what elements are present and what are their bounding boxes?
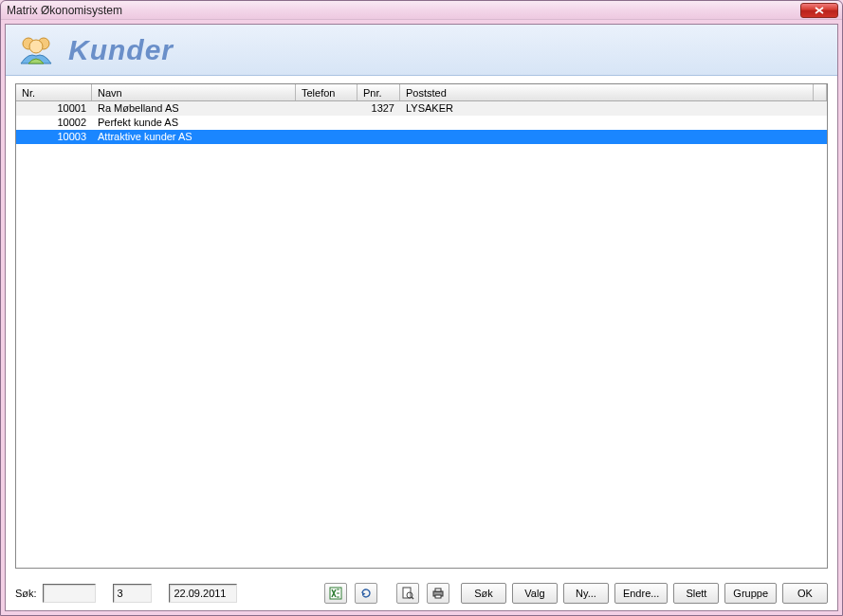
column-header-spacer [814,84,827,100]
cell-telefon [296,101,357,116]
document-search-icon [401,587,414,600]
cell-poststed: LYSAKER [400,101,827,116]
cell-pnr: 1327 [357,101,400,116]
valg-button[interactable]: Valg [512,583,558,604]
endre-button[interactable]: Endre... [614,583,668,604]
close-icon [815,7,824,14]
ok-button[interactable]: OK [782,583,828,604]
svg-rect-3 [330,588,341,599]
window-title: Matrix Økonomisystem [7,4,800,17]
svg-rect-9 [435,595,441,598]
customers-icon [15,31,57,69]
search-label: Søk: [15,588,37,599]
cell-poststed [400,130,827,144]
column-header-pnr[interactable]: Pnr. [357,84,400,100]
cell-navn: Perfekt kunde AS [92,116,296,130]
cell-nr: 10002 [16,116,92,130]
print-button[interactable] [427,583,449,604]
excel-icon [329,587,342,600]
gruppe-button[interactable]: Gruppe [724,583,777,604]
table-row[interactable]: 10001Ra Møbelland AS1327LYSAKER [16,101,827,116]
page-header: Kunder [6,25,837,76]
svg-line-6 [412,597,413,599]
cell-navn: Attraktive kunder AS [92,130,296,144]
content-area: Nr. Navn Telefon Pnr. Poststed 10001Ra M… [6,76,837,576]
grid-header: Nr. Navn Telefon Pnr. Poststed [16,84,827,101]
titlebar: Matrix Økonomisystem [1,1,842,20]
table-row[interactable]: 10003Attraktive kunder AS [16,130,827,144]
cell-navn: Ra Møbelland AS [92,101,296,116]
window-body: Kunder Nr. Navn Telefon Pnr. Poststed 10… [5,24,838,611]
grid-body: 10001Ra Møbelland AS1327LYSAKER10002Perf… [16,101,827,144]
search-input[interactable] [43,584,96,603]
slett-button[interactable]: Slett [673,583,719,604]
svg-rect-8 [435,589,441,591]
column-header-poststed[interactable]: Poststed [400,84,814,100]
table-row[interactable]: 10002Perfekt kunde AS [16,116,827,130]
sok-button[interactable]: Søk [461,583,506,604]
bottom-toolbar: Søk: 3 22.09.2011 [6,576,837,610]
cell-pnr [357,130,400,144]
printer-icon [431,587,445,600]
column-header-nr[interactable]: Nr. [16,84,92,100]
page-title: Kunder [68,34,174,66]
export-excel-button[interactable] [324,583,347,604]
cell-poststed [400,116,827,130]
refresh-icon [359,587,373,600]
print-preview-button[interactable] [396,583,419,604]
date-field[interactable]: 22.09.2011 [169,584,237,603]
record-count: 3 [113,584,153,603]
svg-point-2 [29,40,43,53]
app-window: Matrix Økonomisystem Kunder [0,0,843,616]
refresh-button[interactable] [355,583,377,604]
cell-nr: 10001 [16,101,92,116]
column-header-navn[interactable]: Navn [92,84,296,100]
customers-grid[interactable]: Nr. Navn Telefon Pnr. Poststed 10001Ra M… [15,83,828,569]
ny-button[interactable]: Ny... [563,583,609,604]
cell-telefon [296,130,357,144]
column-header-telefon[interactable]: Telefon [296,84,357,100]
cell-telefon [296,116,357,130]
close-button[interactable] [800,3,838,18]
cell-pnr [357,116,400,130]
cell-nr: 10003 [16,130,92,144]
